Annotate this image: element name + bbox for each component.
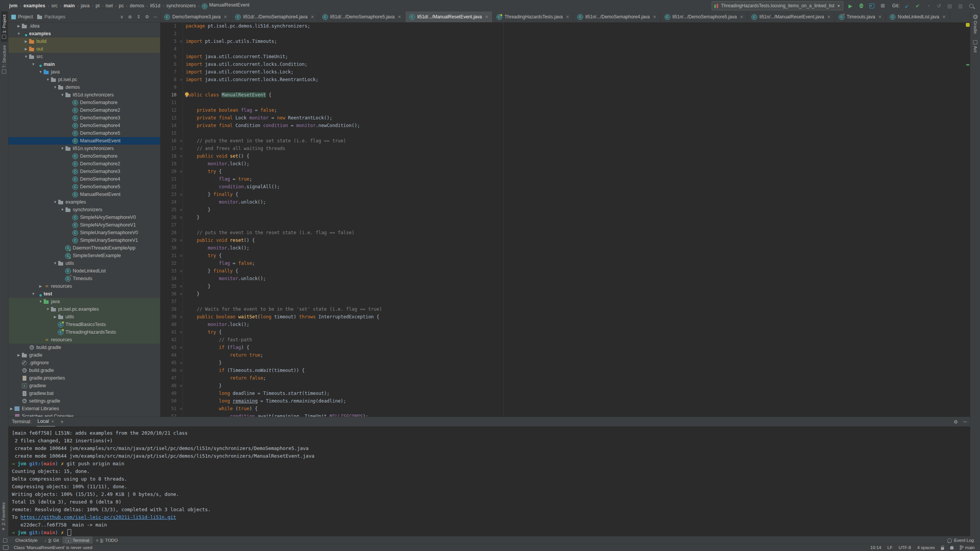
tree-item[interactable]: ▼examples [8, 30, 160, 37]
breadcrumb-item[interactable]: isel [104, 3, 114, 8]
toolwindow-switcher-icon[interactable] [0, 538, 10, 543]
tree-item[interactable]: CDemoSemaphore4 [8, 175, 160, 183]
fold-marker[interactable]: ⊟ [178, 346, 184, 349]
tree-toggle-arrow[interactable]: ▼ [16, 32, 21, 36]
code-line[interactable]: 24 monitor.unlock(); [160, 198, 970, 206]
code-line[interactable]: 12 private boolean flag = false; [160, 106, 970, 114]
tree-item[interactable]: ▼test [8, 290, 160, 298]
code-line[interactable]: 45⊟ } [160, 359, 970, 367]
tree-item[interactable]: CSimpleUnarySemaphoreV0 [8, 229, 160, 236]
tree-item[interactable]: CDemoSemaphore5 [8, 183, 160, 191]
code-editor[interactable]: 1package pt.isel.pc.demos.li51d.synchron… [160, 22, 970, 417]
tree-toggle-arrow[interactable]: ▼ [60, 208, 65, 212]
tree-item[interactable]: ▶.idea [8, 22, 160, 30]
editor-tab[interactable]: Cli51d/.../DemoSemaphore4.java✕ [231, 11, 318, 22]
gear-icon[interactable]: ⚙ [954, 419, 958, 425]
tree-item[interactable]: ▶out [8, 45, 160, 53]
editor-tab[interactable]: Cli51d/.../ManualResetEvent.java✕ [405, 11, 493, 22]
fold-marker[interactable]: ⊟ [178, 407, 184, 411]
tree-toggle-arrow[interactable]: ▼ [52, 200, 58, 204]
run-button[interactable]: ▶ [847, 2, 854, 9]
line-ending-indicator[interactable]: LF [887, 545, 892, 550]
close-icon[interactable]: ✕ [942, 15, 946, 20]
close-icon[interactable]: ✕ [566, 15, 569, 20]
tree-item[interactable]: ▼pt.isel.pc.examples [8, 305, 160, 313]
encoding-indicator[interactable]: UTF-8 [898, 545, 911, 550]
code-line[interactable]: 20⊟ try { [160, 168, 970, 175]
editor-tab[interactable]: Cli51n/.../ManualResetEvent.java✕ [748, 11, 835, 22]
tree-toggle-arrow[interactable]: ▼ [23, 55, 29, 59]
tree-item[interactable]: CDemoSemaphore2 [8, 106, 160, 114]
code-line[interactable]: 18⊟ public void set() { [160, 152, 970, 160]
code-line[interactable]: 38 // Waits for the event to be in the '… [160, 305, 970, 313]
git-commit-button[interactable]: ✔ [914, 2, 921, 9]
editor-tab[interactable]: CNodeLinkedList.java✕ [886, 11, 950, 22]
fold-marker[interactable]: ⊟ [178, 269, 184, 273]
tree-item[interactable]: CSimpleNArySemaphoreV1 [8, 221, 160, 229]
breadcrumb-item[interactable]: main [62, 3, 76, 8]
code-line[interactable]: 25⊟ } [160, 206, 970, 214]
tree-item[interactable]: CThreadBasicsTests [8, 321, 160, 328]
tree-item[interactable]: ▼java [8, 298, 160, 305]
code-line[interactable]: 7import java.util.concurrent.locks.Lock; [160, 68, 970, 76]
code-line[interactable]: 15 [160, 129, 970, 137]
search-everywhere-button[interactable] [968, 2, 975, 9]
tree-item[interactable]: Gsettings.gradle [8, 397, 160, 405]
code-line[interactable]: 31⊟ try { [160, 252, 970, 259]
code-line[interactable]: 39⊟ public boolean waitSet(long timeout)… [160, 313, 970, 321]
code-line[interactable]: 5import java.util.concurrent.TimeUnit; [160, 53, 970, 60]
toolwindow-tab-project[interactable]: 1: Project [1, 11, 8, 42]
fold-marker[interactable]: ⊟ [178, 284, 184, 288]
tree-item[interactable]: ▼li51d.synchronizers [8, 91, 160, 99]
tree-item[interactable]: CDemoSemaphore4 [8, 122, 160, 129]
shelf-button[interactable]: ▥ [957, 2, 964, 9]
fold-marker[interactable]: ⊟ [178, 292, 184, 296]
code-line[interactable]: 11 [160, 99, 970, 106]
code-line[interactable]: 23⊟ } finally { [160, 191, 970, 198]
tree-item[interactable]: ▼utils [8, 259, 160, 267]
tree-toggle-arrow[interactable]: ▼ [52, 261, 58, 265]
tree-item[interactable]: ▶resources [8, 282, 160, 290]
breadcrumb-item[interactable]: jvm [8, 3, 19, 8]
toolwindow-button-checkstyle[interactable]: CheckStyle [10, 536, 41, 544]
toolwindow-tab-structure[interactable]: 7: Structure [1, 42, 8, 77]
tree-toggle-arrow[interactable]: ▶ [38, 284, 43, 288]
editor-tab[interactable]: Cli51n/.../DemoSemaphore4.java✕ [573, 11, 660, 22]
close-icon[interactable]: ✕ [653, 15, 656, 20]
tree-toggle-arrow[interactable]: ▼ [60, 93, 65, 97]
hide-panel-icon[interactable]: ─ [154, 14, 157, 20]
code-line[interactable]: 1package pt.isel.pc.demos.li51d.synchron… [160, 22, 970, 30]
breadcrumb-item[interactable]: pc [117, 3, 125, 8]
tree-item[interactable]: ▼java [8, 68, 160, 76]
breadcrumb-item[interactable]: pt [94, 3, 101, 8]
git-update-button[interactable]: ↙ [903, 2, 910, 9]
fold-marker[interactable]: ⊟ [178, 139, 184, 143]
fold-marker[interactable]: ⊟ [178, 208, 184, 212]
tree-item[interactable]: gradlew.bat [8, 390, 160, 397]
toolwindow-tab-ant[interactable]: Ant [972, 37, 979, 55]
tree-toggle-arrow[interactable]: ▼ [52, 85, 58, 89]
tree-item[interactable]: ▼examples [8, 198, 160, 206]
tree-item[interactable]: Gbuild.gradle [8, 344, 160, 351]
lock-icon[interactable] [941, 547, 944, 550]
tree-item[interactable]: ▼demos [8, 83, 160, 91]
coverage-button[interactable] [869, 2, 875, 9]
fold-marker[interactable]: ⊟ [178, 215, 184, 219]
history-button[interactable]: ◔ [925, 2, 932, 9]
code-line[interactable]: 49 long deadline = Timeouts.start(timeou… [160, 390, 970, 397]
code-line[interactable]: 16⊟ // puts the event in the set state (… [160, 137, 970, 145]
tree-item[interactable]: gradle.properties [8, 374, 160, 382]
code-line[interactable]: 21 flag = true; [160, 175, 970, 183]
breadcrumb-item[interactable]: examples [22, 3, 47, 8]
editor-tab[interactable]: CThreadingHazardsTests.java✕ [493, 11, 573, 22]
fold-marker[interactable]: ⊟ [178, 368, 184, 372]
tree-item[interactable]: ▼pt.isel.pc [8, 76, 160, 83]
code-line[interactable]: 36⊟ } [160, 290, 970, 298]
rollback-button[interactable]: ↺ [936, 2, 942, 9]
fold-marker[interactable]: ⊟ [178, 315, 184, 319]
intention-bulb-icon[interactable] [185, 92, 189, 96]
fold-marker[interactable]: ⊟ [178, 78, 184, 82]
code-line[interactable]: 47 return false; [160, 374, 970, 382]
code-line[interactable]: 33⊟ } finally { [160, 267, 970, 275]
code-line[interactable]: 6import java.util.concurrent.locks.Condi… [160, 60, 970, 68]
